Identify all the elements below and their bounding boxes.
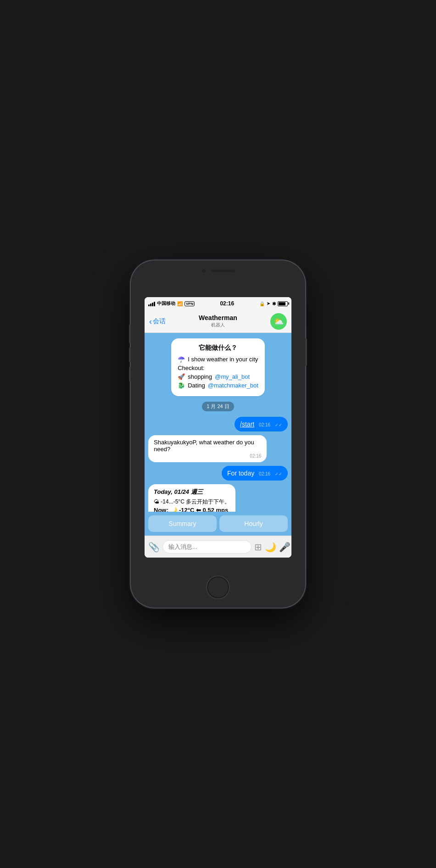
date-label: 1 月 24 日 <box>202 402 234 411</box>
user-bubble-2: For today 02:16 ✓✓ <box>222 466 288 481</box>
shopping-text: shopping <box>188 373 212 380</box>
dating-line: 🐉 Dating @matchmaker_bot <box>178 382 258 389</box>
chat-area: 它能做什么？ ☂️ I show weather in your city Ch… <box>145 333 291 512</box>
umbrella-icon: ☂️ <box>178 356 185 363</box>
bot-message-2: Today, 01/24 週三 🌤 -14...-5°C 多云开始于下午。 No… <box>148 484 288 512</box>
sticker-icon[interactable]: ⊞ <box>254 542 262 553</box>
bot-message-1: ShakuyakukyoP, what weather do you need?… <box>148 435 288 462</box>
lock-icon: 🔒 <box>259 301 265 306</box>
attachment-icon[interactable]: 📎 <box>148 542 160 553</box>
summary-button[interactable]: Summary <box>148 515 217 532</box>
phone-frame: 中国移动 📶 VPN 02:16 🔒 ➤ ✱ ‹ 会话 Weatherman <box>131 260 305 608</box>
welcome-intro-text: I show weather in your city <box>188 356 258 363</box>
user-text-1: /start <box>240 420 254 428</box>
carrier-label: 中国移动 <box>157 300 175 307</box>
volume-up-button <box>129 348 131 362</box>
welcome-question: 它能做什么？ <box>178 344 258 352</box>
vpn-badge: VPN <box>184 301 195 306</box>
quick-replies-bar: Summary Hourly <box>145 512 291 536</box>
nav-center: Weatherman 机器人 <box>166 314 270 328</box>
user-time-2: 02:16 <box>259 471 270 476</box>
user-time-1: 02:16 <box>259 422 270 427</box>
dating-text: Dating <box>188 382 205 389</box>
rocket-icon: 🚀 <box>178 373 185 380</box>
date-divider: 1 月 24 日 <box>148 402 288 411</box>
chat-title: Weatherman <box>166 314 270 322</box>
phone-top-area <box>131 269 305 273</box>
bot-avatar-emoji: ⛅ <box>274 316 284 326</box>
wifi-icon: 📶 <box>177 301 183 306</box>
user-text-2: For today <box>227 470 254 477</box>
back-label: 会话 <box>153 317 166 326</box>
shopping-line: 🚀 shopping @my_ali_bot <box>178 373 258 380</box>
battery-icon <box>278 301 288 306</box>
bot-text-1: ShakuyakukyoP, what weather do you need? <box>154 439 261 453</box>
checkout-label: Checkout: <box>178 365 258 371</box>
chat-subtitle: 机器人 <box>166 322 270 328</box>
hourly-button[interactable]: Hourly <box>219 515 288 532</box>
user-ticks-1: ✓✓ <box>275 423 282 427</box>
user-message-2: For today 02:16 ✓✓ <box>148 466 288 481</box>
status-time: 02:16 <box>220 300 234 307</box>
message-input[interactable] <box>162 540 252 553</box>
checkout-text: Checkout: <box>178 365 205 371</box>
battery-fill <box>279 302 285 305</box>
welcome-intro: ☂️ I show weather in your city <box>178 356 258 363</box>
bluetooth-icon: ✱ <box>272 301 276 306</box>
status-right: 🔒 ➤ ✱ <box>259 301 288 306</box>
weather-date-line: Today, 01/24 週三 <box>154 488 230 496</box>
emoji-icon[interactable]: 🌙 <box>265 542 276 553</box>
user-bubble-1: /start 02:16 ✓✓ <box>235 417 288 431</box>
bot-bubble-2: Today, 01/24 週三 🌤 -14...-5°C 多云开始于下午。 No… <box>148 484 235 512</box>
welcome-bubble: 它能做什么？ ☂️ I show weather in your city Ch… <box>171 338 265 396</box>
bot-avatar[interactable]: ⛅ <box>270 313 287 330</box>
mic-icon[interactable]: 🎤 <box>279 542 291 553</box>
nav-bar: ‹ 会话 Weatherman 机器人 ⛅ <box>145 310 291 333</box>
status-bar: 中国移动 📶 VPN 02:16 🔒 ➤ ✱ <box>145 297 291 310</box>
front-camera <box>201 269 206 273</box>
dragon-icon: 🐉 <box>178 382 185 389</box>
signal-icon <box>148 301 155 306</box>
input-bar: 📎 ⊞ 🌙 🎤 <box>145 536 291 558</box>
phone-screen: 中国移动 📶 VPN 02:16 🔒 ➤ ✱ ‹ 会话 Weatherman <box>145 297 291 558</box>
back-button[interactable]: ‹ 会话 <box>149 317 166 326</box>
earpiece-speaker <box>212 270 235 272</box>
bot-bubble-1: ShakuyakukyoP, what weather do you need?… <box>148 435 267 462</box>
weather-temp-line: 🌤 -14...-5°C 多云开始于下午。 <box>154 498 230 506</box>
back-arrow-icon: ‹ <box>149 317 152 326</box>
user-ticks-2: ✓✓ <box>275 472 282 476</box>
volume-down-button <box>129 367 131 381</box>
location-icon: ➤ <box>267 301 270 306</box>
weather-now-line: Now: 🌙 -12°C ⬅ 0.52 mps <box>154 507 230 512</box>
input-right-icons: ⊞ 🌙 🎤 <box>254 542 291 553</box>
bot-time-1: 02:16 <box>154 453 261 459</box>
dating-link[interactable]: @matchmaker_bot <box>208 382 258 389</box>
shopping-link[interactable]: @my_ali_bot <box>215 373 250 380</box>
user-message-1: /start 02:16 ✓✓ <box>148 417 288 431</box>
status-left: 中国移动 📶 VPN <box>148 300 195 307</box>
home-button[interactable] <box>206 575 230 599</box>
